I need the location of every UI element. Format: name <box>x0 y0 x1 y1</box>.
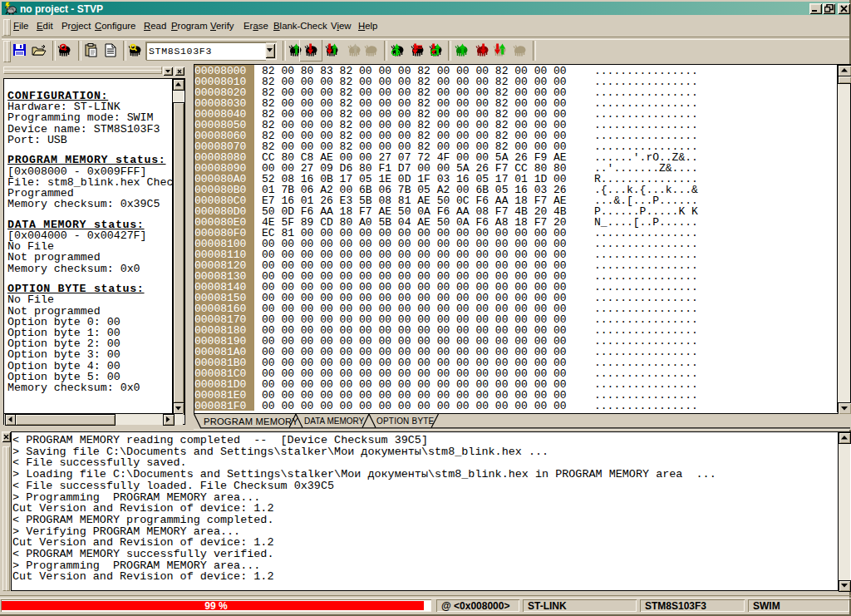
svg-text:DATA MEMORY: DATA MEMORY <box>304 416 365 426</box>
svg-text:OPTION BYTE: OPTION BYTE <box>376 416 435 426</box>
svg-text:PROGRAM MEMORY: PROGRAM MEMORY <box>204 416 298 426</box>
